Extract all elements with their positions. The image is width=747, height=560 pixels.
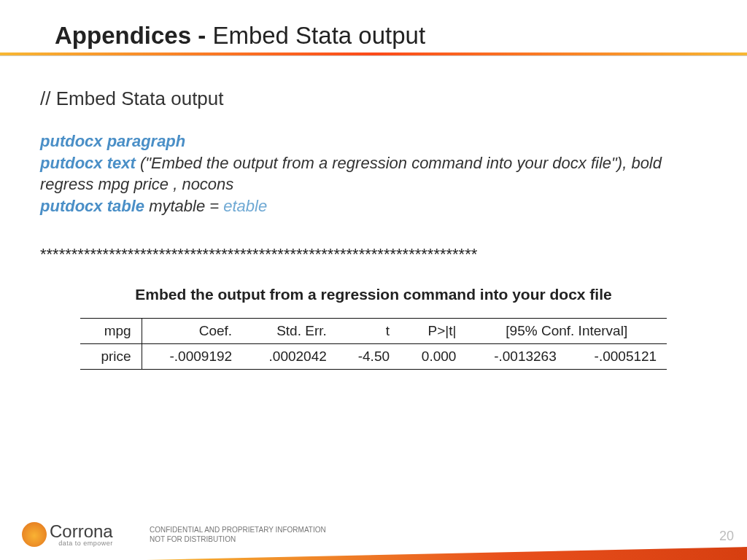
code-text: ("Embed the output from a regression com… [136,154,662,172]
cell-ci-low: -.0013263 [466,343,566,369]
header-ci: [95% Conf. Interval] [466,318,667,343]
cell-p: 0.000 [400,343,466,369]
title-rule [0,52,747,55]
code-block: putdocx paragraph putdocx text ("Embed t… [40,131,707,217]
footer: Corrona data to empower CONFIDENTIAL AND… [0,509,747,560]
code-line-3: regress mpg price , nocons [40,174,707,195]
cell-stderr: .0002042 [242,343,337,369]
header-t: t [337,318,400,343]
header-stderr: Std. Err. [242,318,337,343]
code-line-4: putdocx table mytable = etable [40,195,707,217]
header-coef: Coef. [142,318,242,343]
page-number: 20 [719,529,734,544]
title-rest: Embed Stata output [212,22,425,49]
slide: Appendices - Embed Stata output // Embed… [0,0,747,560]
cell-rowlabel: price [80,343,142,369]
header-p: P>|t| [400,318,466,343]
brand-name: Corrona [50,521,113,542]
keyword: putdocx table [40,197,144,215]
keyword: putdocx paragraph [40,132,185,150]
keyword: etable [223,197,267,215]
content-area: // Embed Stata output putdocx paragraph … [40,88,707,370]
regression-table: mpg Coef. Std. Err. t P>|t| [95% Conf. I… [80,318,667,370]
table-title: Embed the output from a regression comma… [40,286,707,303]
brand-block: Corrona data to empower [50,521,113,547]
cell-t: -4.50 [337,343,400,369]
code-line-2: putdocx text ("Embed the output from a r… [40,152,707,174]
keyword: putdocx text [40,154,136,172]
footer-wedge [146,547,747,560]
slide-title: Appendices - Embed Stata output [51,22,696,50]
brand-tagline: data to empower [50,540,113,547]
code-text: mytable = [144,197,223,215]
cell-ci-high: -.0005121 [567,343,667,369]
title-bold: Appendices - [55,22,212,49]
code-line-1: putdocx paragraph [40,131,707,152]
table-row: price -.0009192 .0002042 -4.50 0.000 -.0… [80,343,667,369]
conf-line-2: NOT FOR DISTRIBUTION [150,535,326,545]
conf-line-1: CONFIDENTIAL AND PROPRIETARY INFORMATION [150,526,326,535]
table-header-row: mpg Coef. Std. Err. t P>|t| [95% Conf. I… [80,318,667,343]
confidentiality-notice: CONFIDENTIAL AND PROPRIETARY INFORMATION… [150,526,326,544]
logo: Corrona data to empower [22,521,113,547]
cell-coef: -.0009192 [142,343,242,369]
separator-stars: ****************************************… [40,245,707,264]
header-rowlabel: mpg [80,318,142,343]
code-comment: // Embed Stata output [40,88,707,110]
sun-icon [22,522,47,547]
